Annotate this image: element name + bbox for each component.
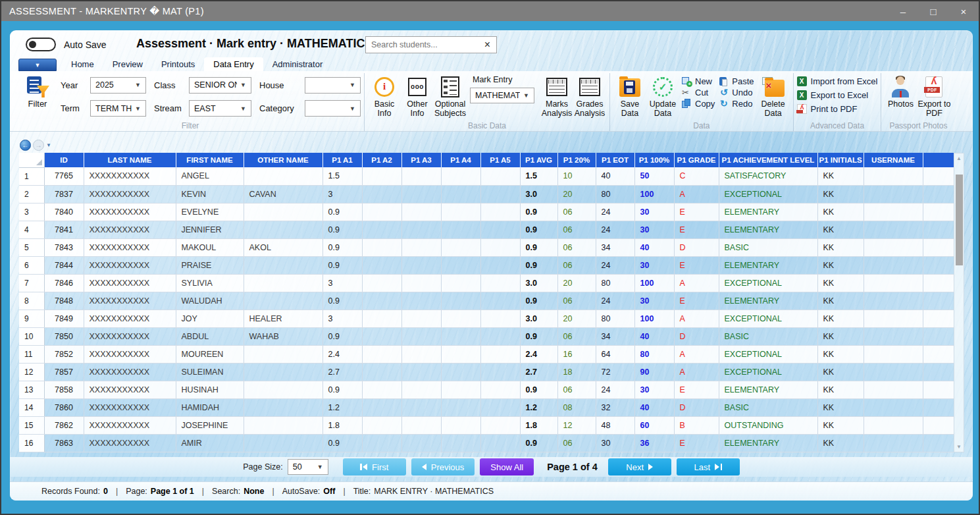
cell-p1-a5[interactable] <box>480 221 520 238</box>
cell-p1-a1[interactable]: 0.9 <box>322 238 362 256</box>
cell-id[interactable]: 7848 <box>44 292 84 310</box>
cell-p1-a3[interactable] <box>401 203 441 221</box>
cell-p1-avg[interactable]: 1.8 <box>520 416 557 434</box>
cell-id[interactable]: 7852 <box>44 345 84 363</box>
cell-p1-eot[interactable]: 24 <box>596 256 634 274</box>
cell-p1-initials[interactable]: KK <box>817 292 864 310</box>
scrollbar-thumb[interactable] <box>956 175 963 265</box>
back-button[interactable]: ← <box>20 140 31 151</box>
cell-p1-a3[interactable] <box>401 345 441 363</box>
row-number[interactable]: 16 <box>19 434 44 452</box>
cell-p1-grade[interactable]: E <box>674 434 719 452</box>
cell-p1-grade[interactable]: A <box>674 363 719 381</box>
cell-first-name[interactable]: KEVIN <box>176 185 244 203</box>
cell-p1-eot[interactable]: 40 <box>596 167 634 185</box>
cell-first-name[interactable]: MAKOUL <box>176 238 244 256</box>
cell-p1-achievement-level[interactable]: EXCEPTIONAL <box>719 274 817 292</box>
previous-page-button[interactable]: Previous <box>411 458 475 475</box>
cell-username[interactable] <box>864 203 923 221</box>
cell-p1-a4[interactable] <box>441 381 480 398</box>
cell-p1-100[interactable]: 50 <box>634 167 674 185</box>
cell-p1-achievement-level[interactable]: SATISFACTORY <box>719 167 817 185</box>
cell-p1-a4[interactable] <box>441 167 480 185</box>
cell-p1-achievement-level[interactable]: EXCEPTIONAL <box>719 363 817 381</box>
cell-p1-100[interactable]: 30 <box>634 292 674 310</box>
autosave-toggle[interactable] <box>26 38 56 51</box>
other-info-button[interactable]: ooo Other Info <box>401 75 434 118</box>
basic-info-button[interactable]: i Basic Info <box>368 75 401 118</box>
cell-p1-avg[interactable]: 3.0 <box>520 185 557 203</box>
cell-p1-a5[interactable] <box>480 434 520 452</box>
tab-printouts[interactable]: Printouts <box>152 57 204 71</box>
cell-last-name[interactable]: XXXXXXXXXXX <box>84 221 176 238</box>
cell-p1-a2[interactable] <box>362 185 401 203</box>
cell-p1-100[interactable]: 100 <box>634 310 674 327</box>
cell-other-name[interactable] <box>244 416 322 434</box>
cell-p1-a4[interactable] <box>441 416 480 434</box>
cell-p1-20[interactable]: 06 <box>557 238 596 256</box>
col-header-id[interactable]: ID <box>44 153 84 167</box>
cell-p1-20[interactable]: 20 <box>557 274 596 292</box>
cell-p1-a5[interactable] <box>480 310 520 327</box>
cell-p1-100[interactable]: 36 <box>634 434 674 452</box>
paste-button[interactable]: Paste <box>719 76 754 86</box>
cell-id[interactable]: 7850 <box>44 327 84 345</box>
cell-id[interactable]: 7858 <box>44 381 84 398</box>
col-header-first-name[interactable]: FIRST NAME <box>176 153 244 167</box>
cell-username[interactable] <box>864 256 923 274</box>
cell-p1-a3[interactable] <box>401 238 441 256</box>
cell-p1-a1[interactable]: 0.9 <box>322 434 362 452</box>
cell-last-name[interactable]: XXXXXXXXXXX <box>84 203 176 221</box>
cell-last-name[interactable]: XXXXXXXXXXX <box>84 363 176 381</box>
next-page-button[interactable]: Next <box>608 458 671 475</box>
cell-p1-eot[interactable]: 64 <box>596 345 634 363</box>
show-all-button[interactable]: Show All <box>480 458 534 475</box>
cell-other-name[interactable]: CAVAN <box>244 185 322 203</box>
close-button[interactable]: × <box>948 1 979 21</box>
cell-p1-initials[interactable]: KK <box>817 398 864 416</box>
cell-p1-eot[interactable]: 80 <box>596 310 634 327</box>
row-number[interactable]: 2 <box>19 185 44 203</box>
maximize-button[interactable]: □ <box>918 1 948 21</box>
cell-p1-20[interactable]: 20 <box>557 185 596 203</box>
col-header-p1-avg[interactable]: P1 AVG <box>520 153 557 167</box>
import-from-excel-button[interactable]: XImport from Excel <box>797 76 878 86</box>
cell-id[interactable]: 7863 <box>44 434 84 452</box>
cell-last-name[interactable]: XXXXXXXXXXX <box>84 292 176 310</box>
scroll-up-icon[interactable]: ▲ <box>954 155 964 161</box>
cell-p1-a5[interactable] <box>480 203 520 221</box>
cell-p1-20[interactable]: 06 <box>557 292 596 310</box>
cell-p1-initials[interactable]: KK <box>817 167 864 185</box>
cell-p1-initials[interactable]: KK <box>817 345 864 363</box>
cell-p1-a5[interactable] <box>480 363 520 381</box>
cell-first-name[interactable]: SULEIMAN <box>176 363 244 381</box>
cell-first-name[interactable]: JOSEPHINE <box>176 416 244 434</box>
col-header-p1-a4[interactable]: P1 A4 <box>441 153 480 167</box>
cell-p1-a3[interactable] <box>401 256 441 274</box>
category-select[interactable]: ▼ <box>305 100 361 117</box>
col-header-p1-100[interactable]: P1 100% <box>634 153 674 167</box>
cell-p1-avg[interactable]: 0.9 <box>520 327 557 345</box>
cell-first-name[interactable]: JENNIFER <box>176 221 244 238</box>
cell-p1-a3[interactable] <box>401 327 441 345</box>
cut-button[interactable]: ✂Cut <box>682 88 715 97</box>
row-number[interactable]: 11 <box>19 345 44 363</box>
col-header-other-name[interactable]: OTHER NAME <box>244 153 322 167</box>
cell-p1-grade[interactable]: E <box>674 203 719 221</box>
cell-p1-a2[interactable] <box>362 221 401 238</box>
cell-other-name[interactable] <box>244 434 322 452</box>
mark-entry-select[interactable]: MATHEMATICS ▼ <box>470 88 534 103</box>
cell-first-name[interactable]: WALUDAH <box>176 292 244 310</box>
cell-p1-a5[interactable] <box>480 256 520 274</box>
cell-p1-20[interactable]: 20 <box>557 310 596 327</box>
cell-p1-a4[interactable] <box>441 238 480 256</box>
update-data-button[interactable]: ✓ Update Data <box>646 75 679 118</box>
cell-p1-initials[interactable]: KK <box>817 203 864 221</box>
cell-p1-avg[interactable]: 1.2 <box>520 398 557 416</box>
cell-other-name[interactable]: WAHAB <box>244 327 322 345</box>
export-to-pdf-button[interactable]: ʎPDF Export to PDF <box>916 75 952 118</box>
cell-p1-achievement-level[interactable]: OUTSTANDING <box>719 416 817 434</box>
cell-p1-a4[interactable] <box>441 292 480 310</box>
col-header-p1-eot[interactable]: P1 EOT <box>596 153 634 167</box>
chevron-down-icon[interactable]: ▼ <box>46 142 51 148</box>
